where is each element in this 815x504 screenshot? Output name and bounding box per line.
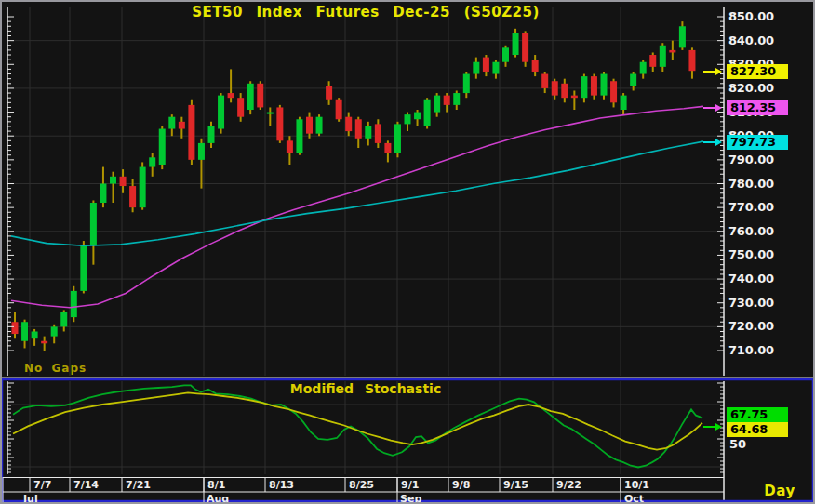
candle-body (267, 113, 274, 114)
x-axis-week-label: 7/14 (73, 479, 99, 491)
candle-body (41, 341, 47, 344)
candle-body (513, 33, 519, 55)
candle-body (591, 76, 597, 96)
x-axis-month-label: Oct (624, 493, 644, 504)
candle-body (502, 47, 509, 61)
x-axis-week-label: 10/1 (624, 479, 649, 491)
candle-body (640, 62, 647, 74)
candle-body (463, 74, 470, 94)
y-axis-label: 790.00 (728, 153, 794, 166)
x-axis-month-label: Aug (207, 493, 229, 504)
candle-body (571, 96, 578, 99)
ma-fast-arrow-icon (715, 104, 722, 112)
candle-body (129, 186, 136, 207)
candle-body (561, 84, 568, 98)
y-axis-label: 780.00 (728, 177, 794, 191)
ma-slow-line (11, 141, 703, 245)
candle-body (276, 107, 283, 140)
candle-body (149, 157, 155, 166)
y-axis-label: 770.00 (728, 200, 794, 214)
candle-body (660, 46, 666, 67)
y-axis-label: 850.00 (728, 9, 794, 23)
candle-body (414, 113, 421, 120)
candle-body (552, 81, 558, 95)
candle-body (365, 126, 371, 139)
candle-body (649, 55, 656, 67)
candle-body (198, 143, 205, 160)
candle-body (179, 122, 185, 129)
chart-window: SET50 Index Futures Dec-25 (S50Z25) No G… (0, 0, 815, 504)
candle-body (168, 117, 175, 129)
candle-body (424, 100, 431, 126)
candle-body (71, 291, 77, 317)
chart-title: SET50 Index Futures Dec-25 (S50Z25) (87, 4, 645, 20)
candle-body (90, 203, 97, 245)
candle-body (237, 98, 244, 117)
ma-slow-value-badge: 797.73 (727, 135, 788, 150)
candle-body (257, 84, 263, 108)
candle-body (384, 143, 391, 153)
candle-body (405, 114, 411, 124)
x-axis-week-label: 9/22 (556, 479, 581, 491)
candle-body (188, 105, 194, 160)
periodicity-day-button[interactable]: Day (757, 483, 802, 499)
y-axis-label: 760.00 (728, 224, 794, 238)
stochastic-title: Modified Stochastic (87, 381, 645, 396)
last-price-badge: 827.30 (727, 64, 788, 79)
candle-body (336, 100, 342, 120)
candle-body (394, 124, 401, 153)
candle-body (610, 81, 617, 102)
x-axis-week-label: 8/1 (207, 479, 225, 491)
candle-body (522, 33, 528, 62)
y-axis-label: 710.00 (728, 343, 794, 357)
stoch-k-value-badge: 67.75 (727, 407, 788, 422)
candle-body (287, 140, 293, 153)
candle-body (621, 96, 627, 110)
candle-body (80, 245, 87, 291)
candle-body (483, 58, 489, 72)
candle-body (444, 96, 450, 105)
candle-body (120, 177, 127, 186)
x-axis-week-label: 9/15 (503, 479, 528, 491)
candle-body (51, 326, 58, 336)
candle-body (218, 96, 224, 129)
stoch-k-line (13, 385, 702, 467)
candle-body (669, 50, 675, 53)
candle-body (306, 117, 313, 134)
stoch-d-line (13, 392, 702, 449)
y-axis-label: 730.00 (728, 296, 794, 310)
candle-body (679, 26, 686, 47)
candle-body (140, 167, 146, 208)
ma-fast-value-badge: 812.35 (727, 100, 788, 115)
x-axis-week-label: 9/1 (401, 479, 419, 491)
y-axis-label: 840.00 (728, 33, 794, 47)
candle-body (32, 331, 38, 338)
candle-body (581, 76, 587, 98)
candle-body (208, 126, 215, 143)
x-axis-month-label: Sep (400, 493, 421, 504)
y-axis-label: 720.00 (728, 319, 794, 333)
candle-body (247, 84, 254, 110)
x-axis-month-label: Jul (23, 493, 38, 504)
ma-slow-arrow-icon (715, 139, 722, 146)
x-axis-week-label: 8/25 (349, 479, 374, 491)
candle-body (601, 74, 608, 96)
candle-body (434, 96, 440, 113)
candle-body (100, 184, 106, 204)
candle-body (60, 312, 67, 326)
y-axis-label: 820.00 (728, 81, 794, 95)
no-gaps-annotation: No Gaps (24, 362, 87, 375)
candle-body (159, 129, 166, 165)
y-axis-label: 750.00 (728, 247, 794, 261)
chart-canvas[interactable] (0, 0, 815, 504)
y-axis-label: 740.00 (728, 272, 794, 285)
candle-body (110, 177, 116, 184)
candle-body (630, 74, 636, 86)
candle-body (326, 86, 332, 99)
x-axis-week-label: 7/7 (33, 479, 51, 491)
candle-body (12, 322, 19, 334)
x-axis-week-label: 9/8 (452, 479, 470, 491)
x-axis-week-label: 7/21 (126, 479, 151, 491)
candle-body (355, 119, 362, 139)
stoch-d-value-badge: 64.68 (727, 422, 788, 437)
